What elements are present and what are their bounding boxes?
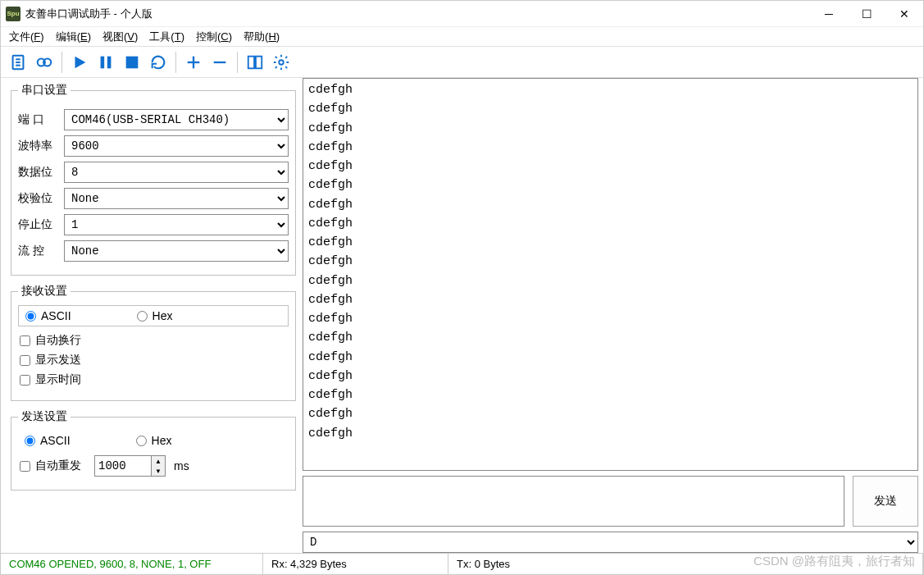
menubar: 文件(F) 编辑(E) 视图(V) 工具(T) 控制(C) 帮助(H) xyxy=(1,27,923,47)
recv-ascii-radio[interactable]: ASCII xyxy=(25,309,71,322)
serial-settings: 串口设置 端 口 COM46(USB-SERIAL CH340) 波特率 960… xyxy=(11,83,296,276)
menu-edit[interactable]: 编辑(E) xyxy=(51,28,96,46)
titlebar: Spu 友善串口调试助手 - 个人版 ─ ☐ ✕ xyxy=(1,1,923,27)
stopbits-select[interactable]: 1 xyxy=(64,214,289,235)
parity-select[interactable]: None xyxy=(64,188,289,209)
panels-icon[interactable] xyxy=(243,50,267,75)
recv-legend: 接收设置 xyxy=(18,284,71,299)
minimize-button[interactable]: ─ xyxy=(810,1,848,27)
flow-select[interactable]: None xyxy=(64,240,289,262)
baud-select[interactable]: 9600 xyxy=(64,135,289,157)
menu-help[interactable]: 帮助(H) xyxy=(239,28,284,46)
auto-wrap-check[interactable]: 自动换行 xyxy=(20,333,81,348)
stop-icon[interactable] xyxy=(120,50,144,75)
right-pane: cdefgh cdefgh cdefgh cdefgh cdefgh cdefg… xyxy=(303,78,923,553)
recv-settings: 接收设置 ASCII Hex 自动换行 显示发送 显示时间 xyxy=(11,284,296,401)
databits-label: 数据位 xyxy=(18,165,64,180)
recv-hex-radio[interactable]: Hex xyxy=(137,309,173,322)
menu-control[interactable]: 控制(C) xyxy=(191,28,237,46)
window-title: 友善串口调试助手 - 个人版 xyxy=(25,7,152,21)
send-input[interactable] xyxy=(303,476,844,527)
toolbar xyxy=(1,47,923,78)
menu-tools[interactable]: 工具(T) xyxy=(144,28,189,46)
databits-select[interactable]: 8 xyxy=(64,162,289,183)
spin-up[interactable]: ▲ xyxy=(152,456,165,466)
serial-legend: 串口设置 xyxy=(18,83,71,98)
app-icon: Spu xyxy=(6,7,20,21)
stopbits-label: 停止位 xyxy=(18,217,64,232)
resend-interval-input[interactable] xyxy=(94,455,152,477)
send-legend: 发送设置 xyxy=(18,409,71,424)
refresh-icon[interactable] xyxy=(146,50,171,75)
minus-icon[interactable] xyxy=(207,50,232,75)
spin-down[interactable]: ▼ xyxy=(152,466,165,476)
record-icon[interactable] xyxy=(32,50,57,75)
status-tx: Tx: 0 Bytes xyxy=(448,554,923,574)
document-icon[interactable] xyxy=(6,50,30,75)
ms-label: ms xyxy=(174,459,189,472)
receive-textarea[interactable]: cdefgh cdefgh cdefgh cdefgh cdefgh cdefg… xyxy=(303,78,918,471)
plus-icon[interactable] xyxy=(181,50,206,75)
play-icon[interactable] xyxy=(67,50,92,75)
send-ascii-radio[interactable]: ASCII xyxy=(25,434,71,447)
send-settings: 发送设置 ASCII Hex 自动重发 ▲▼ ms xyxy=(11,409,296,491)
send-button[interactable]: 发送 xyxy=(853,476,918,527)
svg-rect-13 xyxy=(256,56,262,68)
pause-icon[interactable] xyxy=(93,50,118,75)
left-pane: 串口设置 端 口 COM46(USB-SERIAL CH340) 波特率 960… xyxy=(1,78,303,553)
send-hex-radio[interactable]: Hex xyxy=(136,434,172,447)
show-send-check[interactable]: 显示发送 xyxy=(20,353,81,367)
baud-label: 波特率 xyxy=(18,139,64,153)
maximize-button[interactable]: ☐ xyxy=(848,1,885,27)
auto-resend-check[interactable]: 自动重发 xyxy=(20,459,81,473)
svg-rect-6 xyxy=(101,56,105,68)
statusbar: COM46 OPENED, 9600, 8, NONE, 1, OFF Rx: … xyxy=(1,553,923,574)
show-time-check[interactable]: 显示时间 xyxy=(20,372,81,387)
status-port: COM46 OPENED, 9600, 8, NONE, 1, OFF xyxy=(1,554,263,574)
svg-point-14 xyxy=(279,60,284,65)
send-history-combo[interactable]: D xyxy=(303,532,918,553)
flow-label: 流 控 xyxy=(18,244,64,258)
port-select[interactable]: COM46(USB-SERIAL CH340) xyxy=(64,109,289,130)
menu-view[interactable]: 视图(V) xyxy=(98,28,143,46)
port-label: 端 口 xyxy=(18,112,64,127)
svg-rect-7 xyxy=(107,56,112,68)
svg-rect-12 xyxy=(248,56,254,68)
parity-label: 校验位 xyxy=(18,191,64,206)
menu-file[interactable]: 文件(F) xyxy=(4,28,49,46)
svg-rect-8 xyxy=(126,56,139,68)
status-rx: Rx: 4,329 Bytes xyxy=(263,554,448,574)
close-button[interactable]: ✕ xyxy=(885,1,923,27)
gear-icon[interactable] xyxy=(269,50,294,75)
